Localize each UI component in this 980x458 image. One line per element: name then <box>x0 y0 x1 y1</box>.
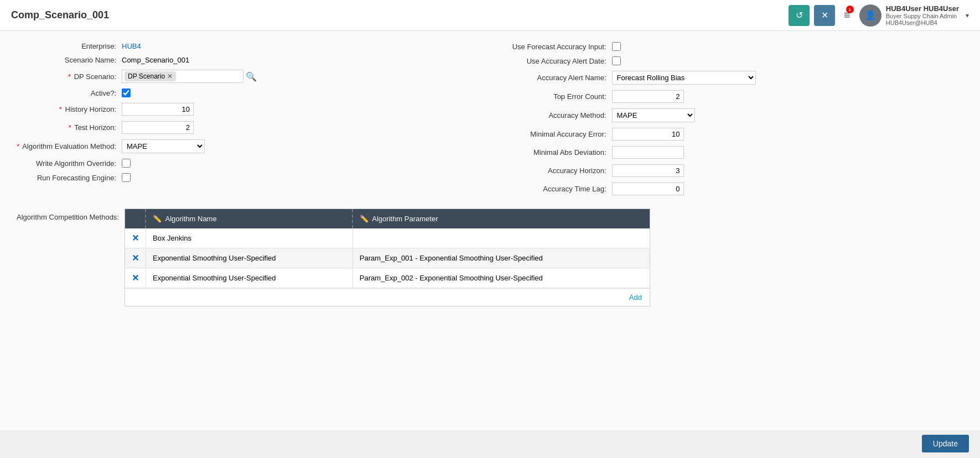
top-error-count-input[interactable] <box>612 90 684 103</box>
accuracy-alert-name-row: Accuracy Alert Name: Forecast Rolling Bi… <box>501 71 964 85</box>
remove-cell[interactable]: ✕ <box>125 268 146 288</box>
accuracy-time-lag-input[interactable] <box>612 183 684 195</box>
enterprise-label: Enterprise: <box>17 42 122 50</box>
history-horizon-row: * History Horizon: <box>17 103 479 116</box>
dp-scenario-label: * DP Scenario: <box>17 72 122 81</box>
header: Comp_Scenario_001 ↺ ✕ ≡ 1 👤 HUB4User HUB… <box>0 0 980 31</box>
algo-name-cell: Box Jenkins <box>146 228 352 248</box>
user-area[interactable]: 👤 HUB4User HUB4User Buyer Suppy Chain Ad… <box>859 4 969 27</box>
dp-scenario-search-button[interactable]: 🔍 <box>243 71 259 82</box>
test-horizon-label: * Test Horizon: <box>17 123 122 132</box>
remove-button[interactable]: ✕ <box>132 233 139 243</box>
minimal-accuracy-error-row: Minimal Accuracy Error: <box>501 128 964 140</box>
add-footer: Add <box>125 288 650 306</box>
chevron-down-icon: ▾ <box>966 12 969 19</box>
algo-eval-label: * Algorithm Evaluation Method: <box>17 142 122 150</box>
accuracy-time-lag-row: Accuracy Time Lag: <box>501 183 964 195</box>
dp-scenario-tag-container[interactable]: DP Scenario ✕ <box>122 70 243 83</box>
col-remove-header <box>125 209 146 228</box>
table-row: ✕Box Jenkins <box>125 228 650 248</box>
remove-button[interactable]: ✕ <box>132 253 139 263</box>
table-row: ✕Exponential Smoothing User-SpecifiedPar… <box>125 248 650 268</box>
algo-table-section: Algorithm Competition Methods: ✏️ Algori… <box>17 209 963 306</box>
minimal-abs-deviation-label: Minimal Abs Deviation: <box>501 148 612 157</box>
col-algo-name-header: ✏️ Algorithm Name <box>146 209 352 228</box>
table-header-row: ✏️ Algorithm Name ✏️ Algorithm Parameter <box>125 209 650 228</box>
remove-button[interactable]: ✕ <box>132 273 139 283</box>
algo-name-cell: Exponential Smoothing User-Specified <box>146 268 352 288</box>
accuracy-time-lag-label: Accuracy Time Lag: <box>501 185 612 193</box>
active-checkbox[interactable] <box>122 89 131 97</box>
active-label: Active?: <box>17 89 122 97</box>
user-name: HUB4User HUB4User <box>886 4 959 13</box>
close-button[interactable]: ✕ <box>814 5 835 26</box>
form-right: Use Forecast Accuracy Input: Use Accurac… <box>501 42 964 201</box>
algo-table: ✏️ Algorithm Name ✏️ Algorithm Parameter <box>125 209 650 288</box>
footer: Update <box>911 429 980 458</box>
dp-scenario-tag: DP Scenario ✕ <box>125 71 176 81</box>
user-info: HUB4User HUB4User Buyer Suppy Chain Admi… <box>886 4 959 26</box>
use-forecast-accuracy-checkbox[interactable] <box>612 42 621 51</box>
active-row: Active?: <box>17 89 479 97</box>
history-horizon-input[interactable] <box>122 103 194 116</box>
run-forecasting-checkbox[interactable] <box>122 173 131 182</box>
avatar-icon: 👤 <box>865 10 876 20</box>
refresh-button[interactable]: ↺ <box>789 5 810 26</box>
page-title: Comp_Scenario_001 <box>11 9 789 21</box>
user-email: HUB4User@HUB4 <box>886 19 959 26</box>
scenario-name-row: Scenario Name: Comp_Scenario_001 <box>17 56 479 64</box>
add-link[interactable]: Add <box>629 293 642 301</box>
tag-remove-button[interactable]: ✕ <box>167 72 173 80</box>
algo-param-cell: Param_Exp_001 - Exponential Smoothing Us… <box>352 248 650 268</box>
accuracy-method-row: Accuracy Method: MAPE <box>501 108 964 122</box>
algo-eval-select[interactable]: MAPE <box>122 139 205 153</box>
use-accuracy-alert-label: Use Accuracy Alert Date: <box>501 57 612 65</box>
use-accuracy-alert-checkbox[interactable] <box>612 56 621 65</box>
update-button[interactable]: Update <box>922 435 969 452</box>
accuracy-alert-name-select[interactable]: Forecast Rolling Bias <box>612 71 756 85</box>
remove-cell[interactable]: ✕ <box>125 228 146 248</box>
accuracy-horizon-input[interactable] <box>612 164 684 177</box>
use-forecast-accuracy-label: Use Forecast Accuracy Input: <box>501 43 612 51</box>
edit-icon-2: ✏️ <box>360 215 369 223</box>
use-forecast-accuracy-row: Use Forecast Accuracy Input: <box>501 42 964 51</box>
minimal-abs-deviation-input[interactable] <box>612 146 684 159</box>
avatar: 👤 <box>859 4 882 27</box>
algo-eval-row: * Algorithm Evaluation Method: MAPE <box>17 139 479 153</box>
top-error-count-label: Top Error Count: <box>501 92 612 101</box>
form-section: Enterprise: HUB4 Scenario Name: Comp_Sce… <box>17 42 963 201</box>
menu-icon[interactable]: ≡ 1 <box>844 9 851 22</box>
edit-icon: ✏️ <box>153 215 162 223</box>
accuracy-method-select[interactable]: MAPE <box>612 108 695 122</box>
scenario-name-label: Scenario Name: <box>17 56 122 64</box>
accuracy-alert-name-label: Accuracy Alert Name: <box>501 74 612 82</box>
col-algo-param-label: Algorithm Parameter <box>372 215 438 223</box>
test-horizon-row: * Test Horizon: <box>17 121 479 134</box>
table-row: ✕Exponential Smoothing User-SpecifiedPar… <box>125 268 650 288</box>
history-horizon-label: * History Horizon: <box>17 105 122 113</box>
algo-name-cell: Exponential Smoothing User-Specified <box>146 248 352 268</box>
write-algo-checkbox[interactable] <box>122 159 131 168</box>
user-role: Buyer Suppy Chain Admin <box>886 13 959 19</box>
algo-table-wrapper: ✏️ Algorithm Name ✏️ Algorithm Parameter <box>125 209 650 306</box>
accuracy-horizon-label: Accuracy Horizon: <box>501 166 612 175</box>
test-horizon-input[interactable] <box>122 121 194 134</box>
tag-label: DP Scenario <box>128 72 165 80</box>
header-actions: ↺ ✕ ≡ 1 👤 HUB4User HUB4User Buyer Suppy … <box>789 4 969 27</box>
use-accuracy-alert-row: Use Accuracy Alert Date: <box>501 56 964 65</box>
minimal-accuracy-error-label: Minimal Accuracy Error: <box>501 130 612 138</box>
form-left: Enterprise: HUB4 Scenario Name: Comp_Sce… <box>17 42 479 201</box>
scenario-name-value: Comp_Scenario_001 <box>122 56 189 64</box>
remove-cell[interactable]: ✕ <box>125 248 146 268</box>
minimal-accuracy-error-input[interactable] <box>612 128 684 140</box>
run-forecasting-label: Run Forecasting Engine: <box>17 174 122 182</box>
algo-param-cell <box>352 228 650 248</box>
top-error-count-row: Top Error Count: <box>501 90 964 103</box>
col-algo-name-label: Algorithm Name <box>165 215 216 223</box>
enterprise-value[interactable]: HUB4 <box>122 42 141 50</box>
dp-scenario-row: * DP Scenario: DP Scenario ✕ 🔍 <box>17 70 479 83</box>
run-forecasting-row: Run Forecasting Engine: <box>17 173 479 182</box>
accuracy-horizon-row: Accuracy Horizon: <box>501 164 964 177</box>
enterprise-row: Enterprise: HUB4 <box>17 42 479 50</box>
accuracy-method-label: Accuracy Method: <box>501 111 612 119</box>
